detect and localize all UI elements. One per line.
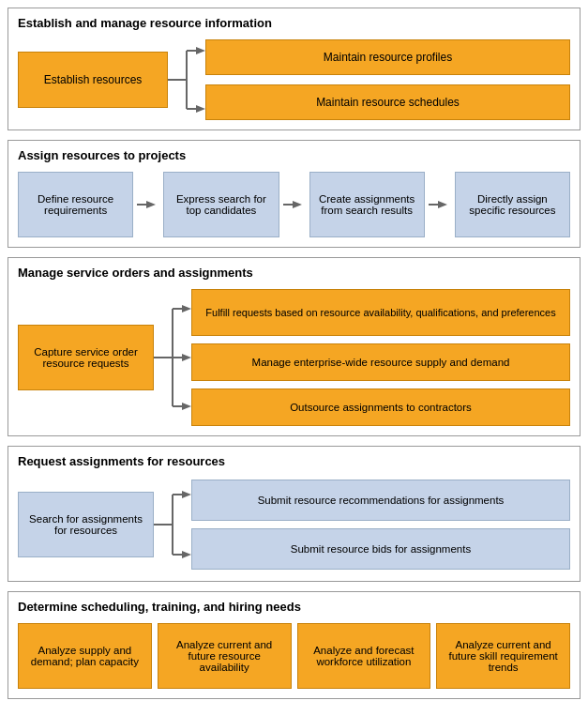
s4-fork-arrow (154, 478, 191, 571)
section-3: Manage service orders and assignments Ca… (8, 257, 580, 436)
section-2-title: Assign resources to projects (18, 148, 570, 162)
define-requirements-box: Define resource requirements (18, 172, 133, 237)
section-4-title: Request assignments for resources (18, 454, 570, 468)
express-search-box: Express search for top candidates (163, 172, 279, 237)
maintain-profiles-box: Maintain resource profiles (205, 39, 570, 75)
directly-assign-box: Directly assign specific resources (455, 172, 570, 237)
s1-left-box: Establish resources (18, 52, 168, 108)
s4-right-boxes: Submit resource recommendations for assi… (191, 480, 570, 570)
section-2-content: Define resource requirements Express sea… (18, 172, 570, 237)
section-4: Request assignments for resources Search… (8, 446, 580, 582)
section-4-content: Search for assignments for resources Sub… (18, 478, 570, 571)
svg-marker-19 (182, 403, 191, 410)
arrow-2 (283, 195, 306, 214)
s3-fork-arrow (154, 292, 191, 423)
analyze-forecast-box: Analyze and forecast workforce utilizati… (297, 623, 431, 689)
section-2: Assign resources to projects Define reso… (8, 140, 580, 248)
capture-service-box: Capture service order resource requests (18, 325, 154, 390)
arrow-svg-2 (283, 195, 306, 214)
section-5: Determine scheduling, training, and hiri… (8, 591, 580, 699)
s3-left-box: Capture service order resource requests (18, 325, 154, 390)
arrow-svg-1 (137, 195, 159, 214)
svg-marker-17 (182, 354, 191, 361)
analyze-current-future-box: Analyze current and future resource avai… (158, 623, 292, 689)
arrow-svg-3 (429, 195, 451, 214)
section-3-content: Capture service order resource requests … (18, 289, 570, 426)
fulfill-requests-box: Fulfill requests based on resource avail… (191, 289, 570, 336)
submit-recommendations-box: Submit resource recommendations for assi… (191, 480, 570, 521)
s1-fork-arrow (168, 39, 205, 120)
arrow-1 (137, 195, 159, 214)
section-3-title: Manage service orders and assignments (18, 266, 570, 280)
svg-marker-11 (438, 201, 447, 208)
section-5-title: Determine scheduling, training, and hiri… (18, 600, 570, 614)
svg-marker-15 (182, 305, 191, 312)
section-5-content: Analyze supply and demand; plan capacity… (18, 623, 570, 689)
analyze-skill-box: Analyze current and future skill require… (436, 623, 570, 689)
establish-resources-box: Establish resources (18, 52, 168, 108)
s1-right-boxes: Maintain resource profiles Maintain reso… (205, 39, 570, 120)
outsource-box: Outsource assignments to contractors (191, 388, 570, 426)
section-1-title: Establish and manage resource informatio… (18, 16, 570, 30)
section-1-content: Establish resources Maintain resource pr… (18, 39, 570, 120)
svg-marker-5 (196, 105, 205, 113)
manage-supply-box: Manage enterprise-wide resource supply a… (191, 343, 570, 381)
section-1: Establish and manage resource informatio… (8, 8, 580, 130)
svg-marker-25 (182, 551, 191, 558)
maintain-schedules-box: Maintain resource schedules (205, 84, 570, 120)
svg-marker-9 (293, 201, 302, 208)
search-assignments-box: Search for assignments for resources (18, 492, 154, 557)
analyze-supply-box: Analyze supply and demand; plan capacity (18, 623, 152, 689)
svg-marker-7 (146, 201, 156, 208)
svg-marker-3 (196, 47, 205, 54)
s3-right-boxes: Fulfill requests based on resource avail… (191, 289, 570, 426)
submit-bids-box: Submit resource bids for assignments (191, 528, 570, 570)
arrow-3 (429, 195, 451, 214)
create-assignments-box: Create assignments from search results (309, 172, 425, 237)
svg-marker-23 (182, 491, 191, 498)
s4-left-box: Search for assignments for resources (18, 492, 154, 557)
